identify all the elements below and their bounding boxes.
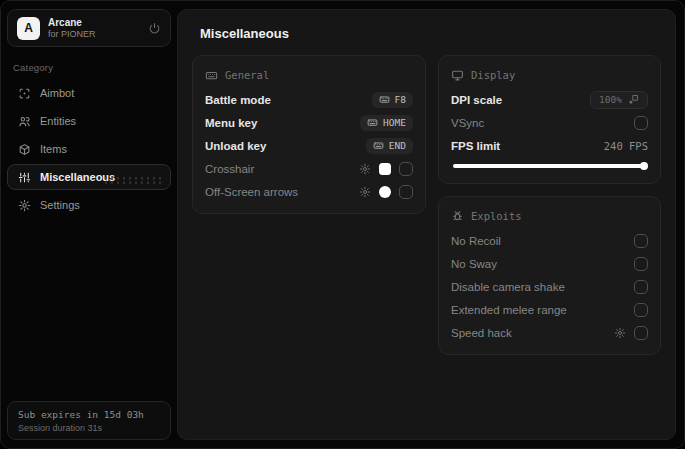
gear-icon [18,199,31,212]
no-recoil-row: No Recoil [451,229,648,252]
sidebar-item-label: Entities [40,115,76,127]
sidebar-item-label: Miscellaneous [40,171,115,183]
fps-limit-slider[interactable] [453,161,646,171]
scan-icon [18,87,31,100]
main-panel: Miscellaneous General Battle mode F8 [177,9,676,440]
gear-icon[interactable] [359,163,371,175]
vsync-label: VSync [451,117,484,129]
keyboard-icon [373,140,384,151]
sidebar-item-label: Settings [40,199,80,211]
crosshair-color-swatch[interactable] [379,163,391,175]
session-duration-text: Session duration 31s [18,423,160,433]
sliders-icon [18,171,31,184]
subscription-card: Sub expires in 15d 03h Session duration … [7,401,171,440]
slider-fill [453,164,644,168]
exploits-card-header: Exploits [451,206,648,226]
speed-hack-row: Speed hack [451,321,648,344]
card-title: Exploits [471,210,522,222]
speed-hack-checkbox[interactable] [634,326,648,340]
exploits-card: Exploits No Recoil No Sway Disable camer… [438,196,661,355]
offscreen-arrows-label: Off-Screen arrows [205,186,298,198]
keybind-value: F8 [395,94,406,105]
sidebar-item-label: Aimbot [40,87,74,99]
card-title: General [225,69,269,81]
sidebar-item-label: Items [40,143,67,155]
app-logo: A [17,17,40,40]
sidebar-item-entities[interactable]: Entities [7,108,171,134]
unload-key-label: Unload key [205,140,266,152]
gear-icon[interactable] [359,186,371,198]
dpi-scale-select[interactable]: 100% [590,91,648,109]
display-card-header: Display [451,65,648,85]
disable-camera-shake-checkbox[interactable] [634,280,648,294]
speed-hack-label: Speed hack [451,327,512,339]
extended-melee-range-checkbox[interactable] [634,303,648,317]
box-icon [18,143,31,156]
vsync-row: VSync [451,111,648,134]
crosshair-row: Crosshair [205,157,413,180]
battle-mode-label: Battle mode [205,94,271,106]
keyboard-icon [205,69,218,82]
no-sway-row: No Sway [451,252,648,275]
disable-camera-shake-label: Disable camera shake [451,281,565,293]
offscreen-arrows-color-swatch[interactable] [379,186,391,198]
sidebar: A Arcane for PIONER Category Aimbot Enti… [1,1,177,448]
vsync-checkbox[interactable] [634,116,648,130]
extended-melee-range-row: Extended melee range [451,298,648,321]
menu-key-row: Menu key HOME [205,111,413,134]
sidebar-nav: Aimbot Entities Items Miscellaneous Sett… [7,80,171,218]
no-sway-checkbox[interactable] [634,257,648,271]
sidebar-item-aimbot[interactable]: Aimbot [7,80,171,106]
sidebar-item-miscellaneous[interactable]: Miscellaneous [7,164,171,190]
keyboard-icon [367,117,378,128]
card-title: Display [471,69,515,81]
no-recoil-checkbox[interactable] [634,234,648,248]
menu-key-keybind[interactable]: HOME [360,115,413,131]
power-icon[interactable] [148,22,161,35]
battle-mode-keybind[interactable]: F8 [372,92,413,108]
dpi-scale-row: DPI scale 100% [451,88,648,111]
scale-icon [628,94,639,105]
monitor-icon [451,69,464,82]
crosshair-checkbox[interactable] [399,162,413,176]
disable-camera-shake-row: Disable camera shake [451,275,648,298]
fps-limit-value: 240 FPS [604,140,648,152]
keybind-value: END [389,140,406,151]
sidebar-item-items[interactable]: Items [7,136,171,162]
offscreen-arrows-row: Off-Screen arrows [205,180,413,203]
sidebar-item-settings[interactable]: Settings [7,192,171,218]
app-subtitle: for PIONER [48,29,96,40]
fps-limit-label: FPS limit [451,140,500,152]
battle-mode-row: Battle mode F8 [205,88,413,111]
slider-knob[interactable] [640,162,648,170]
users-icon [18,115,31,128]
general-card-header: General [205,65,413,85]
category-label: Category [13,62,165,73]
app-window: A Arcane for PIONER Category Aimbot Enti… [0,0,685,449]
general-card: General Battle mode F8 Menu key [192,55,426,214]
page-title: Miscellaneous [200,26,663,41]
keybind-value: HOME [383,117,406,128]
no-recoil-label: No Recoil [451,235,501,247]
unload-key-keybind[interactable]: END [366,138,413,154]
keyboard-icon [379,94,390,105]
crosshair-label: Crosshair [205,163,254,175]
bug-icon [451,210,464,223]
gear-icon[interactable] [614,327,626,339]
brand-text: Arcane for PIONER [48,17,96,40]
fps-limit-row: FPS limit 240 FPS [451,134,648,157]
no-sway-label: No Sway [451,258,497,270]
display-card: Display DPI scale 100% VSync [438,55,661,184]
sub-expiry-text: Sub expires in 15d 03h [18,409,160,420]
dpi-scale-label: DPI scale [451,94,502,106]
menu-key-label: Menu key [205,117,257,129]
offscreen-arrows-checkbox[interactable] [399,185,413,199]
brand-card: A Arcane for PIONER [7,9,171,47]
extended-melee-range-label: Extended melee range [451,304,567,316]
unload-key-row: Unload key END [205,134,413,157]
dpi-scale-value: 100% [599,94,622,105]
app-name: Arcane [48,17,96,29]
